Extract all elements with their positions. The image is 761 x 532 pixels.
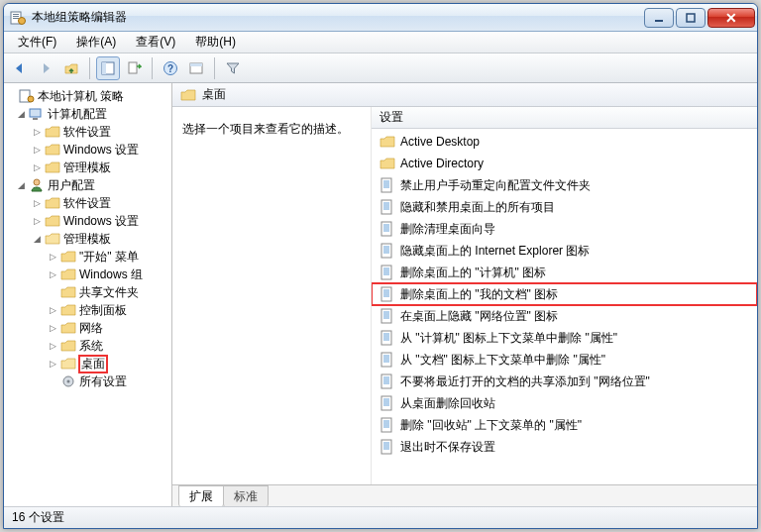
tree-item[interactable]: 所有设置: [79, 373, 127, 390]
tree-user-config[interactable]: 用户配置: [48, 177, 95, 194]
list-policy[interactable]: 不要将最近打开的文档的共享添加到 "网络位置": [372, 371, 757, 392]
forward-button[interactable]: [34, 56, 57, 80]
list-policy[interactable]: 隐藏和禁用桌面上的所有项目: [372, 196, 757, 218]
expand-icon[interactable]: ▷: [48, 305, 58, 316]
list-item-label: 从桌面删除回收站: [400, 395, 495, 412]
menu-help[interactable]: 帮助(H): [185, 32, 246, 53]
expand-icon[interactable]: ▷: [48, 341, 58, 352]
column-header-settings[interactable]: 设置: [372, 107, 757, 129]
menu-view[interactable]: 查看(V): [126, 32, 185, 53]
minimize-button[interactable]: [644, 8, 674, 28]
export-button[interactable]: [122, 56, 146, 80]
list-item-label: 删除桌面上的 "我的文档" 图标: [400, 286, 558, 303]
list-item-label: 删除 "回收站" 上下文菜单的 "属性": [400, 417, 582, 434]
list-policy[interactable]: 退出时不保存设置: [372, 436, 757, 458]
list-policy[interactable]: 删除桌面上的 "计算机" 图标: [372, 262, 757, 283]
toolbar-separator: [89, 57, 90, 79]
list-item-label: 在桌面上隐藏 "网络位置" 图标: [400, 308, 558, 325]
tree-item[interactable]: 系统: [79, 338, 103, 355]
list-folder[interactable]: Active Desktop: [372, 131, 757, 153]
tree-item[interactable]: 软件设置: [63, 195, 111, 212]
list-item-label: 退出时不保存设置: [400, 439, 495, 456]
list-policy[interactable]: 禁止用户手动重定向配置文件文件夹: [372, 174, 757, 196]
expand-icon[interactable]: ▷: [32, 216, 43, 227]
list-policy[interactable]: 从桌面删除回收站: [372, 392, 757, 414]
properties-button[interactable]: [184, 56, 208, 80]
expand-icon[interactable]: ▷: [32, 162, 43, 173]
titlebar[interactable]: 本地组策略编辑器 ✕: [4, 4, 757, 32]
svg-rect-3: [13, 18, 19, 19]
list-policy[interactable]: 删除清理桌面向导: [372, 218, 757, 240]
list-item-label: 从 "计算机" 图标上下文菜单中删除 "属性": [400, 330, 617, 347]
menubar: 文件(F) 操作(A) 查看(V) 帮助(H): [4, 32, 757, 53]
expand-icon[interactable]: ▷: [48, 359, 58, 370]
list-item-label: 从 "文档" 图标上下文菜单中删除 "属性": [400, 352, 605, 369]
tree-item[interactable]: 共享文件夹: [79, 284, 139, 301]
main-body: 本地计算机 策略 ◢ 计算机配置 ▷软件设置 ▷Windows 设置 ▷管理模板: [4, 83, 757, 506]
menu-file[interactable]: 文件(F): [8, 32, 66, 53]
tree-item[interactable]: 软件设置: [63, 124, 111, 141]
filter-button[interactable]: [221, 56, 245, 80]
help-button[interactable]: ?: [159, 56, 182, 80]
tab-standard[interactable]: 标准: [223, 485, 269, 506]
description-column: 选择一个项目来查看它的描述。: [172, 107, 371, 484]
menu-action[interactable]: 操作(A): [66, 32, 126, 53]
list-policy[interactable]: 从 "文档" 图标上下文菜单中删除 "属性": [372, 349, 757, 371]
list-item-label: Active Directory: [400, 157, 484, 170]
tree-computer-config[interactable]: 计算机配置: [48, 106, 107, 123]
list-policy[interactable]: 从 "计算机" 图标上下文菜单中删除 "属性": [372, 327, 757, 349]
view-tabs: 扩展 标准: [172, 484, 757, 506]
expand-icon[interactable]: [6, 91, 17, 102]
expand-icon[interactable]: ▷: [32, 198, 43, 209]
back-button[interactable]: [8, 56, 32, 80]
expand-icon[interactable]: ▷: [48, 252, 58, 263]
tree-item[interactable]: Windows 组: [79, 266, 143, 283]
list-item-label: 删除清理桌面向导: [400, 221, 495, 238]
svg-point-20: [67, 380, 70, 383]
tree-item[interactable]: 控制面板: [79, 302, 127, 319]
content-header: 桌面: [172, 83, 757, 107]
expand-icon[interactable]: ▷: [48, 269, 58, 280]
expand-icon[interactable]: ▷: [32, 127, 43, 138]
tree-root[interactable]: 本地计算机 策略: [38, 88, 124, 105]
expand-icon[interactable]: ▷: [32, 145, 43, 156]
collapse-icon[interactable]: ◢: [32, 234, 43, 245]
up-button[interactable]: [59, 56, 83, 80]
folder-icon: [60, 284, 76, 300]
tree-item[interactable]: 网络: [79, 320, 103, 337]
content-pane: 桌面 选择一个项目来查看它的描述。 设置 Active DesktopActiv…: [172, 83, 757, 506]
folder-icon: [45, 213, 60, 229]
collapse-icon[interactable]: ◢: [16, 109, 27, 120]
tree-item[interactable]: Windows 设置: [63, 213, 139, 230]
list-policy[interactable]: 隐藏桌面上的 Internet Explorer 图标: [372, 240, 757, 262]
settings-list[interactable]: 设置 Active DesktopActive Directory禁止用户手动重…: [371, 107, 757, 484]
svg-rect-1: [13, 14, 19, 15]
expand-icon[interactable]: ▷: [48, 323, 58, 334]
tree-desktop[interactable]: 桌面: [79, 356, 107, 372]
maximize-button[interactable]: [676, 8, 706, 28]
svg-rect-16: [30, 109, 41, 117]
folder-icon: [60, 266, 76, 282]
tree-item[interactable]: 管理模板: [63, 160, 111, 176]
tree-item[interactable]: Windows 设置: [63, 142, 139, 159]
tab-extended[interactable]: 扩展: [178, 485, 224, 506]
toolbar-separator: [152, 57, 153, 79]
folder-icon: [180, 87, 196, 103]
tree-item[interactable]: 管理模板: [63, 231, 111, 248]
computer-config-icon: [29, 106, 45, 122]
policy-tree[interactable]: 本地计算机 策略 ◢ 计算机配置 ▷软件设置 ▷Windows 设置 ▷管理模板: [4, 87, 171, 390]
tree-pane[interactable]: 本地计算机 策略 ◢ 计算机配置 ▷软件设置 ▷Windows 设置 ▷管理模板: [4, 83, 172, 506]
close-button[interactable]: ✕: [707, 8, 755, 28]
user-config-icon: [29, 177, 45, 193]
folder-icon: [60, 249, 76, 265]
svg-text:?: ?: [167, 63, 173, 74]
collapse-icon[interactable]: ◢: [16, 180, 27, 191]
folder-icon: [60, 320, 76, 336]
list-folder[interactable]: Active Directory: [372, 153, 757, 174]
list-policy[interactable]: 删除 "回收站" 上下文菜单的 "属性": [372, 414, 757, 436]
list-policy[interactable]: 在桌面上隐藏 "网络位置" 图标: [372, 305, 757, 327]
folder-open-icon: [45, 231, 60, 247]
list-policy[interactable]: 删除桌面上的 "我的文档" 图标: [372, 283, 757, 305]
show-tree-button[interactable]: [96, 56, 120, 80]
tree-item[interactable]: "开始" 菜单: [79, 249, 139, 266]
